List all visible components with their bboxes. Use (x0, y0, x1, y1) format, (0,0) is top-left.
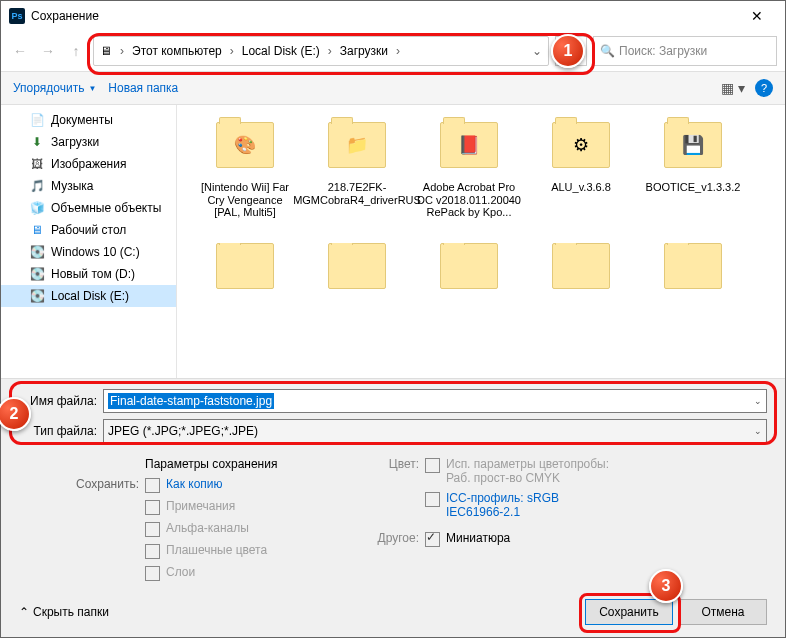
sidebar-item[interactable]: 💽Local Disk (E:) (1, 285, 176, 307)
sidebar-item-icon: 💽 (29, 244, 45, 260)
file-thumb (549, 243, 613, 289)
breadcrumb-item[interactable]: Этот компьютер (126, 37, 228, 65)
nav-back-button[interactable]: ← (9, 40, 31, 62)
file-item[interactable]: 📁218.7E2FK-MGMCobraR4_driverRUS (301, 113, 413, 243)
sidebar-item[interactable]: 🧊Объемные объекты (1, 197, 176, 219)
sidebar-item-label: Новый том (D:) (51, 267, 135, 281)
save-params: Параметры сохранения Сохранить:Как копию… (19, 457, 767, 581)
sidebar-item-icon: 💽 (29, 288, 45, 304)
file-grid: 🎨[Nintendo Wii] Far Cry Vengeance [PAL, … (189, 113, 785, 243)
chevron-right-icon: › (326, 44, 334, 58)
search-icon: 🔍 (600, 44, 615, 58)
save-button[interactable]: Сохранить (585, 599, 673, 625)
save-label: Сохранить: (19, 477, 139, 491)
sidebar-item-label: Windows 10 (C:) (51, 245, 140, 259)
file-item[interactable]: 🎨[Nintendo Wii] Far Cry Vengeance [PAL, … (189, 113, 301, 243)
file-thumb (437, 243, 501, 289)
file-thumb: ⚙ (549, 113, 613, 177)
dialog-body: 📄Документы⬇Загрузки🖼Изображения🎵Музыка🧊О… (1, 105, 785, 378)
sidebar-item-label: Объемные объекты (51, 201, 161, 215)
file-pane: 🎨[Nintendo Wii] Far Cry Vengeance [PAL, … (177, 105, 785, 378)
file-label: 218.7E2FK-MGMCobraR4_driverRUS (289, 181, 425, 206)
organize-button[interactable]: Упорядочить▼ (13, 81, 96, 95)
nav-up-button[interactable]: ↑ (65, 40, 87, 62)
file-item[interactable]: ⚙ALU_v.3.6.8 (525, 113, 637, 243)
layers-checkbox[interactable] (145, 566, 160, 581)
sidebar-item[interactable]: 📄Документы (1, 109, 176, 131)
proof-checkbox[interactable] (425, 458, 440, 473)
sidebar-item[interactable]: 🖥Рабочий стол (1, 219, 176, 241)
icc-checkbox[interactable] (425, 492, 440, 507)
filetype-label: Тип файла: (19, 424, 103, 438)
sidebar-item[interactable]: 💽Новый том (D:) (1, 263, 176, 285)
sidebar-item-icon: 🖥 (29, 222, 45, 238)
file-item[interactable]: 💾BOOTICE_v1.3.3.2 (637, 113, 749, 243)
sidebar-item[interactable]: 💽Windows 10 (C:) (1, 241, 176, 263)
breadcrumb-item[interactable]: Загрузки (334, 37, 394, 65)
chevron-down-icon: ▼ (88, 84, 96, 93)
breadcrumb-root-icon[interactable]: 🖥 (94, 37, 118, 65)
file-item[interactable] (189, 243, 301, 293)
sidebar-item-label: Local Disk (E:) (51, 289, 129, 303)
filetype-row: Тип файла: JPEG (*.JPG;*.JPEG;*.JPE) ⌄ (19, 419, 767, 443)
sidebar-item-label: Загрузки (51, 135, 99, 149)
file-thumb (661, 243, 725, 289)
alpha-checkbox[interactable] (145, 522, 160, 537)
photoshop-icon: Ps (9, 8, 25, 24)
file-label: [Nintendo Wii] Far Cry Vengeance [PAL, M… (189, 181, 301, 219)
sidebar-item-icon: ⬇ (29, 134, 45, 150)
hide-folders-button[interactable]: ⌃Скрыть папки (19, 605, 109, 619)
breadcrumb-item[interactable]: Local Disk (E:) (236, 37, 326, 65)
file-item[interactable] (525, 243, 637, 293)
chevron-right-icon: › (228, 44, 236, 58)
chevron-down-icon[interactable]: ⌄ (754, 396, 762, 406)
as-copy-label: Как копию (166, 477, 223, 491)
save-dialog-window: Ps Сохранение ✕ ← → ↑ 🖥 › Этот компьютер… (0, 0, 786, 638)
file-item[interactable] (301, 243, 413, 293)
chevron-up-icon: ⌃ (19, 605, 29, 619)
thumb-label: Миниатюра (446, 531, 510, 545)
filetype-select[interactable]: JPEG (*.JPG;*.JPEG;*.JPE) ⌄ (103, 419, 767, 443)
as-copy-checkbox[interactable] (145, 478, 160, 493)
file-thumb: 📕 (437, 113, 501, 177)
filename-input[interactable]: Final-date-stamp-faststone.jpg ⌄ (103, 389, 767, 413)
search-placeholder: Поиск: Загрузки (619, 44, 707, 58)
toolbar: Упорядочить▼ Новая папка ▦ ▾ ? (1, 71, 785, 105)
file-label: Adobe Acrobat Pro DC v2018.011.20040 ReP… (413, 181, 525, 219)
file-label: ALU_v.3.6.8 (547, 181, 615, 194)
filename-row: Имя файла: Final-date-stamp-faststone.jp… (19, 389, 767, 413)
address-bar: ← → ↑ 🖥 › Этот компьютер › Local Disk (E… (1, 31, 785, 71)
sidebar-item[interactable]: 🖼Изображения (1, 153, 176, 175)
help-button[interactable]: ? (755, 79, 773, 97)
breadcrumb-dropdown[interactable]: ⌄ (526, 44, 548, 58)
sidebar-item[interactable]: 🎵Музыка (1, 175, 176, 197)
sidebar-item-label: Музыка (51, 179, 93, 193)
alpha-label: Альфа-каналы (166, 521, 249, 535)
sidebar-item-label: Документы (51, 113, 113, 127)
chevron-right-icon: › (118, 44, 126, 58)
file-item[interactable]: 📕Adobe Acrobat Pro DC v2018.011.20040 Re… (413, 113, 525, 243)
nav-forward-button[interactable]: → (37, 40, 59, 62)
spot-checkbox[interactable] (145, 544, 160, 559)
file-label: BOOTICE_v1.3.3.2 (642, 181, 745, 194)
search-input[interactable]: 🔍 Поиск: Загрузки (593, 36, 777, 66)
file-item[interactable] (637, 243, 749, 293)
sidebar-item[interactable]: ⬇Загрузки (1, 131, 176, 153)
file-thumb (213, 243, 277, 289)
file-thumb: 📁 (325, 113, 389, 177)
close-button[interactable]: ✕ (737, 1, 777, 31)
new-folder-button[interactable]: Новая папка (108, 81, 178, 95)
file-item[interactable] (413, 243, 525, 293)
filetype-value: JPEG (*.JPG;*.JPEG;*.JPE) (108, 424, 258, 438)
layers-label: Слои (166, 565, 195, 579)
cancel-button[interactable]: Отмена (679, 599, 767, 625)
notes-label: Примечания (166, 499, 235, 513)
thumb-checkbox[interactable] (425, 532, 440, 547)
breadcrumb[interactable]: 🖥 › Этот компьютер › Local Disk (E:) › З… (93, 36, 549, 66)
file-thumb: 🎨 (213, 113, 277, 177)
view-button[interactable]: ▦ ▾ (721, 80, 745, 96)
notes-checkbox[interactable] (145, 500, 160, 515)
chevron-down-icon[interactable]: ⌄ (754, 426, 762, 436)
sidebar-item-icon: 💽 (29, 266, 45, 282)
sidebar: 📄Документы⬇Загрузки🖼Изображения🎵Музыка🧊О… (1, 105, 177, 378)
